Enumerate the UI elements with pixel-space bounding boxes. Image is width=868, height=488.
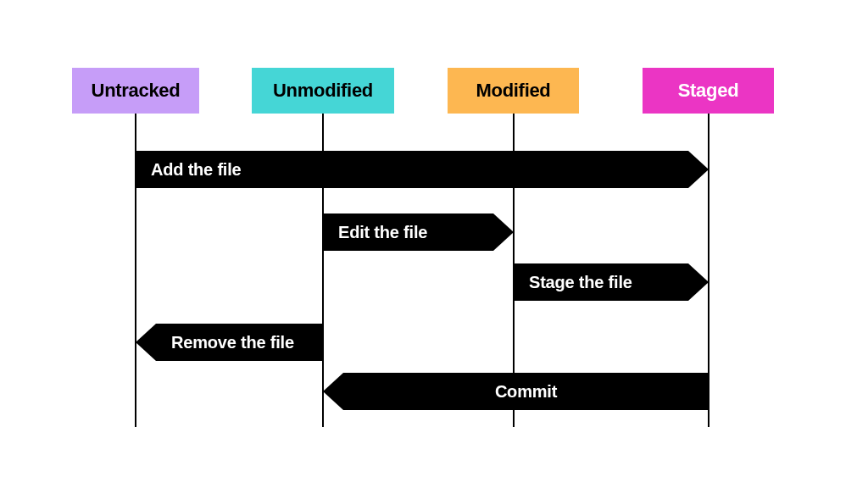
state-unmodified: Unmodified	[252, 68, 394, 114]
arrow-head-right-icon	[493, 214, 514, 251]
transition-staged-to-unmodified: Commit	[343, 373, 709, 410]
transition-untracked-to-staged: Add the file	[136, 151, 688, 188]
transition-unmodified-to-untracked: Remove the file	[156, 324, 323, 361]
state-untracked: Untracked	[72, 68, 199, 114]
arrow-head-left-icon	[323, 373, 343, 410]
transition-label: Remove the file	[171, 333, 294, 352]
git-file-lifecycle-diagram: UntrackedUnmodifiedModifiedStagedAdd the…	[0, 0, 868, 488]
arrow-head-right-icon	[688, 151, 709, 188]
transition-label: Stage the file	[529, 273, 632, 292]
transition-label: Add the file	[151, 160, 242, 180]
arrow-head-right-icon	[688, 263, 709, 301]
transition-modified-to-staged: Stage the file	[514, 263, 688, 301]
transition-unmodified-to-modified: Edit the file	[323, 214, 493, 251]
transition-label: Commit	[495, 382, 557, 402]
arrow-head-left-icon	[136, 324, 156, 361]
state-modified: Modified	[448, 68, 579, 114]
state-staged: Staged	[643, 68, 774, 114]
transition-label: Edit the file	[338, 223, 427, 242]
